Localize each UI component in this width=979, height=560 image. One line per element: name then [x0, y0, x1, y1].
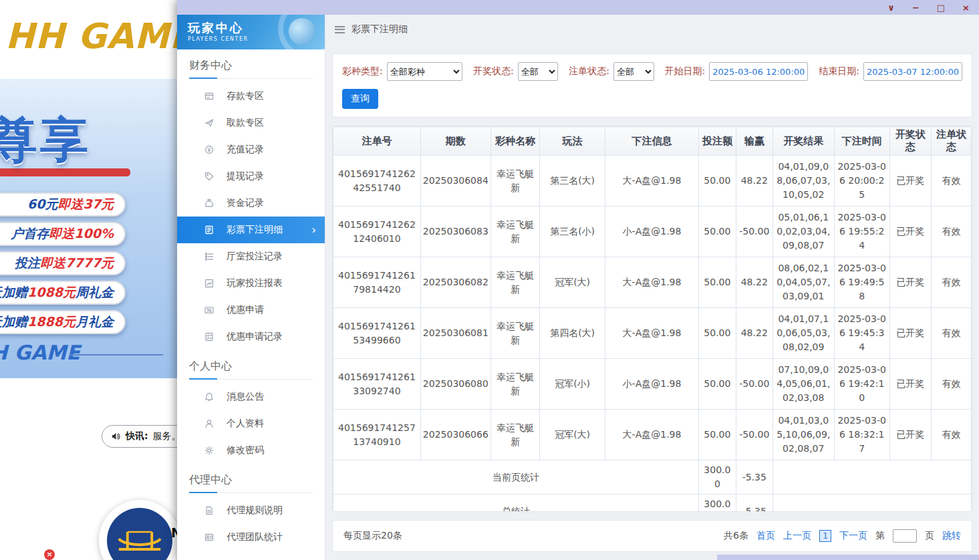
table-row: 40156917412617981442020250306082幸运飞艇新冠军(… — [333, 257, 972, 308]
table-cell: 20250306080 — [420, 359, 491, 410]
sidebar-item-deposit[interactable]: 存款专区 — [177, 83, 325, 110]
summary-row: 总统计300.00-5.35 — [333, 495, 972, 513]
search-button[interactable]: 查询 — [342, 89, 378, 109]
promo-banner: 天加赠1088元周礼金 — [0, 281, 126, 305]
sidebar-item-promo-record[interactable]: 优惠申请记录 — [177, 323, 325, 350]
sidebar-item-label: 厅室投注记录 — [227, 251, 283, 263]
table-cell: 48.22 — [736, 156, 773, 206]
bets-table-head-row: 注单号期数彩种名称玩法下注信息投注额输赢开奖结果下注时间开奖状态注单状态 — [333, 127, 972, 156]
team-logo — [99, 500, 180, 560]
pagination-bar: 每页显示20条 共6条 首页 上一页 1 下一页 第 页 跳转 — [332, 520, 972, 552]
table-cell: 08,06,02,10,04,05,07,03,09,01 — [773, 257, 834, 308]
window-titlebar: ∨−□× — [177, 0, 979, 15]
report-icon — [204, 278, 215, 289]
table-cell: 幸运飞艇新 — [491, 156, 540, 206]
sidebar-item-bell[interactable]: 消息公告 — [177, 384, 325, 410]
page-jump-input[interactable] — [893, 529, 917, 543]
table-cell: 冠军(大) — [540, 257, 605, 308]
first-page-link[interactable]: 首页 — [756, 530, 775, 542]
sidebar-item-doc[interactable]: 代理规则说明 — [177, 497, 325, 524]
table-cell: -50.00 — [736, 359, 773, 410]
sidebar-item-team[interactable]: 代理团队统计 — [177, 524, 325, 551]
summary-label: 当前页统计 — [333, 460, 699, 495]
sidebar-item-recharge[interactable]: 充值记录 — [177, 136, 325, 163]
column-header: 下注时间 — [834, 127, 889, 156]
sidebar-item-user[interactable]: 个人资料 — [177, 410, 325, 437]
table-cell: 20250306082 — [420, 257, 491, 308]
sidebar-item-promo[interactable]: 优惠申请 — [177, 297, 325, 323]
main-content: 彩票下注明细 彩种类型: 全部彩种 开奖状态: 全部 注单状态: 全部 开始日期… — [325, 15, 979, 560]
hamburger-icon[interactable] — [335, 26, 345, 33]
end-date-input[interactable] — [863, 62, 962, 81]
promo-icon — [204, 305, 215, 315]
minimize-icon[interactable]: − — [912, 3, 920, 12]
jump-prefix-label: 第 — [875, 530, 885, 542]
lottery-type-select[interactable]: 全部彩种 — [387, 62, 462, 81]
column-header: 开奖结果 — [773, 127, 834, 156]
filter-panel: 彩种类型: 全部彩种 开奖状态: 全部 注单状态: 全部 开始日期: 结束日期:… — [332, 53, 972, 118]
table-cell: 04,01,03,05,10,06,09,02,08,07 — [773, 410, 834, 460]
bet-status-select[interactable]: 全部 — [613, 62, 654, 81]
window-bottom-edge — [717, 555, 979, 560]
bell-icon — [204, 392, 215, 402]
column-header: 输赢 — [736, 127, 773, 156]
sidebar-item-withdraw[interactable]: 取款专区 — [177, 110, 325, 136]
promo-brand-underline — [69, 354, 163, 356]
sidebar-nav: 财务中心存款专区取款专区充值记录提现记录资金记录彩票下注明细›厅室投注记录玩家投… — [177, 49, 325, 560]
sidebar-item-cashout[interactable]: 提现记录 — [177, 163, 325, 190]
recharge-icon — [204, 144, 215, 155]
speaker-icon — [110, 431, 121, 442]
table-cell: 401569174126242551740 — [333, 156, 421, 206]
maximize-icon[interactable]: □ — [937, 3, 945, 12]
start-date-input[interactable] — [709, 62, 808, 81]
draw-status-select[interactable]: 全部 — [518, 62, 559, 81]
table-cell: 20250306081 — [420, 308, 491, 359]
sidebar-item-label: 优惠申请 — [227, 304, 264, 316]
jump-button[interactable]: 跳转 — [942, 530, 961, 542]
chevron-down-icon[interactable]: ∨ — [887, 3, 895, 12]
lottery-type-label: 彩种类型: — [342, 65, 383, 78]
error-close-icon[interactable]: × — [44, 549, 55, 560]
close-icon[interactable]: × — [962, 3, 970, 12]
sidebar-item-gear[interactable]: 修改密码 — [177, 437, 325, 464]
sidebar-section-title: 个人中心 — [189, 360, 313, 380]
table-cell: 幸运飞艇新 — [491, 308, 540, 359]
promo-banner: 天加赠1888元月礼金 — [0, 310, 126, 334]
bets-table-body: 40156917412624255174020250306084幸运飞艇新第三名… — [333, 156, 972, 513]
table-cell: 401569174126133092740 — [333, 359, 421, 410]
table-cell: 401569174126179814420 — [333, 257, 421, 308]
table-cell: 401569174125713740910 — [333, 410, 421, 460]
column-header: 开奖状态 — [889, 127, 931, 156]
table-row: 40156917412615349966020250306081幸运飞艇新第四名… — [333, 308, 972, 359]
bet-status-label: 注单状态: — [569, 65, 609, 78]
table-cell: 401569174126212406010 — [333, 206, 421, 257]
summary-label: 总统计 — [333, 495, 699, 513]
table-cell: 2025-03-06 19:49:58 — [834, 257, 889, 308]
promo-banner: 户首存 即送100% — [0, 222, 126, 246]
prev-page-link[interactable]: 上一页 — [783, 530, 811, 542]
summary-winloss: -5.35 — [736, 460, 773, 495]
table-cell: 2025-03-06 19:55:24 — [834, 206, 889, 257]
page-size-text: 每页显示20条 — [343, 530, 402, 542]
column-header: 注单状态 — [931, 127, 971, 156]
table-row: 40156917412571374091020250306066幸运飞艇新冠军(… — [333, 410, 972, 460]
start-date-label: 开始日期: — [665, 65, 706, 78]
withdraw-icon — [204, 118, 215, 128]
bets-table: 注单号期数彩种名称玩法下注信息投注额输赢开奖结果下注时间开奖状态注单状态 401… — [333, 126, 972, 512]
sidebar-header: 玩家中心 PLAYERS CENTER — [177, 15, 325, 49]
table-cell: 大-A盘@1.98 — [605, 156, 698, 206]
table-cell: 已开奖 — [889, 206, 931, 257]
table-cell: 2025-03-06 18:32:17 — [834, 410, 889, 460]
promo-panel: 尊享 60元 即送37元户首存 即送100%投注 即送7777元天加赠1088元… — [0, 79, 200, 378]
gear-icon — [204, 445, 215, 456]
table-cell: 小-A盘@1.98 — [605, 206, 698, 257]
table-cell: 大-A盘@1.98 — [605, 308, 698, 359]
current-page-indicator[interactable]: 1 — [819, 530, 831, 542]
page-title: 彩票下注明细 — [352, 23, 408, 35]
table-cell: 48.22 — [736, 257, 773, 308]
sidebar-item-report[interactable]: 玩家投注报表 — [177, 270, 325, 297]
sidebar-item-hall[interactable]: 厅室投注记录 — [177, 243, 325, 270]
sidebar-item-lottery[interactable]: 彩票下注明细› — [177, 217, 325, 243]
next-page-link[interactable]: 下一页 — [839, 530, 867, 542]
sidebar-item-funds[interactable]: 资金记录 — [177, 190, 325, 217]
